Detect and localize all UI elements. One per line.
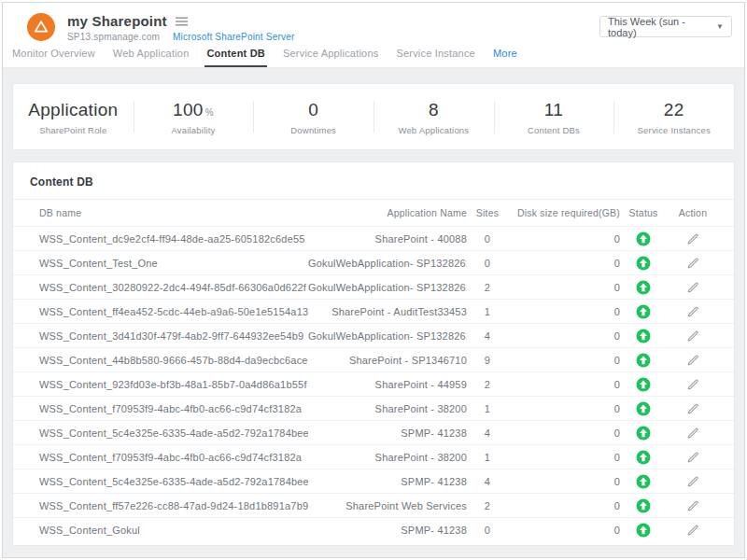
status-up-icon[interactable] <box>636 450 651 465</box>
status-up-icon[interactable] <box>636 231 651 246</box>
cell-action <box>667 329 719 343</box>
table-header-row: DB name Application Name Sites Disk size… <box>13 200 734 226</box>
cell-disk-size: 0 <box>508 403 620 414</box>
edit-pencil-icon[interactable] <box>686 232 699 245</box>
status-up-icon[interactable] <box>636 256 651 271</box>
cell-sites: 2 <box>467 500 508 511</box>
monitor-logo-triangle-icon <box>27 13 55 41</box>
status-up-icon[interactable] <box>636 353 651 368</box>
table-row: WSS_Content_ff57e226-cc88-47ad-9d24-18d1… <box>13 493 734 517</box>
edit-pencil-icon[interactable] <box>686 329 699 343</box>
cell-app-name: SharePoint Web Services <box>308 500 467 511</box>
status-up-icon[interactable] <box>636 401 651 416</box>
cell-app-name: SPMP- 41238 <box>308 427 467 439</box>
edit-pencil-icon[interactable] <box>686 257 699 270</box>
cell-status <box>620 256 667 271</box>
hamburger-icon[interactable] <box>176 17 188 26</box>
stat-service-instances: 22 Service Instances <box>613 98 734 135</box>
column-header-app-name[interactable]: Application Name <box>308 207 467 218</box>
tab-bar: Monitor Overview Web Application Content… <box>12 48 517 67</box>
cell-disk-size: 0 <box>508 258 620 269</box>
cell-action <box>667 451 719 464</box>
stat-value: 22 <box>613 100 734 120</box>
cell-status <box>620 280 667 295</box>
table-row: WSS_Content_5c4e325e-6335-4ade-a5d2-792a… <box>13 420 734 444</box>
column-header-sites[interactable]: Sites <box>467 207 508 218</box>
cell-status <box>620 498 667 513</box>
tab-more[interactable]: More <box>493 48 517 67</box>
cell-status <box>620 401 667 416</box>
cell-disk-size: 0 <box>508 233 620 245</box>
table-row: WSS_Content_5c4e325e-6335-4ade-a5d2-792a… <box>13 469 734 493</box>
status-up-icon[interactable] <box>636 329 651 343</box>
cell-db-name: WSS_Content_f70953f9-4abc-4fb0-ac66-c9d7… <box>39 403 308 414</box>
status-up-icon[interactable] <box>636 377 651 392</box>
cell-sites: 2 <box>467 379 508 390</box>
cell-sites: 1 <box>467 452 508 463</box>
top-bar: my Sharepoint SP13.spmanage.com Microsof… <box>3 3 744 68</box>
cell-status <box>620 450 667 465</box>
tab-service-instance[interactable]: Service Instance <box>396 48 475 67</box>
edit-pencil-icon[interactable] <box>686 499 699 512</box>
cell-action <box>667 305 719 318</box>
tab-service-applications[interactable]: Service Applications <box>283 48 378 67</box>
cell-db-name: WSS_Content_Test_One <box>39 258 308 269</box>
cell-action <box>667 257 719 270</box>
app-window: my Sharepoint SP13.spmanage.com Microsof… <box>2 2 745 558</box>
table-row: WSS_Content_dc9e2cf4-ff94-48de-aa25-6051… <box>13 226 734 250</box>
cell-db-name: WSS_Content_dc9e2cf4-ff94-48de-aa25-6051… <box>39 233 308 245</box>
status-up-icon[interactable] <box>636 426 651 441</box>
cell-disk-size: 0 <box>508 525 620 536</box>
tab-content-db[interactable]: Content DB <box>206 48 265 67</box>
cell-sites: 0 <box>467 525 508 536</box>
tab-web-application[interactable]: Web Application <box>113 48 190 67</box>
cell-db-name: WSS_Content_3d41d30f-479f-4ab2-9ff7-6449… <box>39 330 308 342</box>
cell-db-name: WSS_Content_923fd03e-bf3b-48a1-85b7-0a4d… <box>39 379 308 390</box>
monitor-head-text: my Sharepoint SP13.spmanage.com Microsof… <box>67 13 294 42</box>
cell-sites: 0 <box>467 233 508 245</box>
monitor-type-link[interactable]: Microsoft SharePoint Server <box>173 32 294 42</box>
stat-sharepoint-role: Application SharePoint Role <box>13 98 134 135</box>
edit-pencil-icon[interactable] <box>686 281 699 294</box>
table-row: WSS_Content_Test_One GokulWebApplication… <box>13 250 734 274</box>
column-header-disk-size[interactable]: Disk size required(GB) <box>508 207 620 218</box>
column-header-action[interactable]: Action <box>667 207 719 218</box>
status-up-icon[interactable] <box>636 474 651 489</box>
table-row: WSS_Content_f70953f9-4abc-4fb0-ac66-c9d7… <box>13 444 734 469</box>
edit-pencil-icon[interactable] <box>686 354 699 367</box>
stat-web-applications: 8 Web Applications <box>374 98 494 135</box>
status-up-icon[interactable] <box>636 304 651 319</box>
status-up-icon[interactable] <box>636 280 651 295</box>
edit-pencil-icon[interactable] <box>686 524 699 537</box>
stat-label: Downtimes <box>253 125 374 135</box>
period-dropdown[interactable]: This Week (sun - today) ▼ <box>599 16 732 37</box>
column-header-db-name[interactable]: DB name <box>39 207 308 218</box>
cell-action <box>667 475 719 488</box>
percent-suffix: % <box>205 107 214 118</box>
edit-pencil-icon[interactable] <box>686 378 699 391</box>
cell-db-name: WSS_Content_ff4ea452-5cdc-44eb-a9a6-50e1… <box>39 306 308 317</box>
cell-sites: 0 <box>467 258 508 269</box>
edit-pencil-icon[interactable] <box>686 305 699 318</box>
status-up-icon[interactable] <box>636 523 651 538</box>
status-up-icon[interactable] <box>636 498 651 513</box>
edit-pencil-icon[interactable] <box>686 451 699 464</box>
tab-monitor-overview[interactable]: Monitor Overview <box>12 48 95 67</box>
table-row: WSS_Content_44b8b580-9666-457b-88d4-da9e… <box>13 347 734 371</box>
cell-status <box>620 329 667 343</box>
table-row: WSS_Content_3d41d30f-479f-4ab2-9ff7-6449… <box>13 323 734 347</box>
stat-label: Web Applications <box>374 125 494 135</box>
cell-sites: 1 <box>467 306 508 317</box>
stat-value: 8 <box>374 100 494 120</box>
stat-value: 0 <box>253 100 374 120</box>
edit-pencil-icon[interactable] <box>686 475 699 488</box>
column-header-status[interactable]: Status <box>620 207 667 218</box>
content-area: Application SharePoint Role 100% Availab… <box>3 68 744 557</box>
edit-pencil-icon[interactable] <box>686 427 699 440</box>
cell-app-name: SharePoint - SP1346710 <box>308 355 467 366</box>
cell-app-name: GokulWebApplication- SP1328261 <box>308 330 467 342</box>
stat-value: 100% <box>134 100 254 120</box>
cell-db-name: WSS_Content_f70953f9-4abc-4fb0-ac66-c9d7… <box>39 452 308 463</box>
edit-pencil-icon[interactable] <box>686 402 699 415</box>
cell-app-name: GokulWebApplication- SP1328261 <box>308 258 467 269</box>
